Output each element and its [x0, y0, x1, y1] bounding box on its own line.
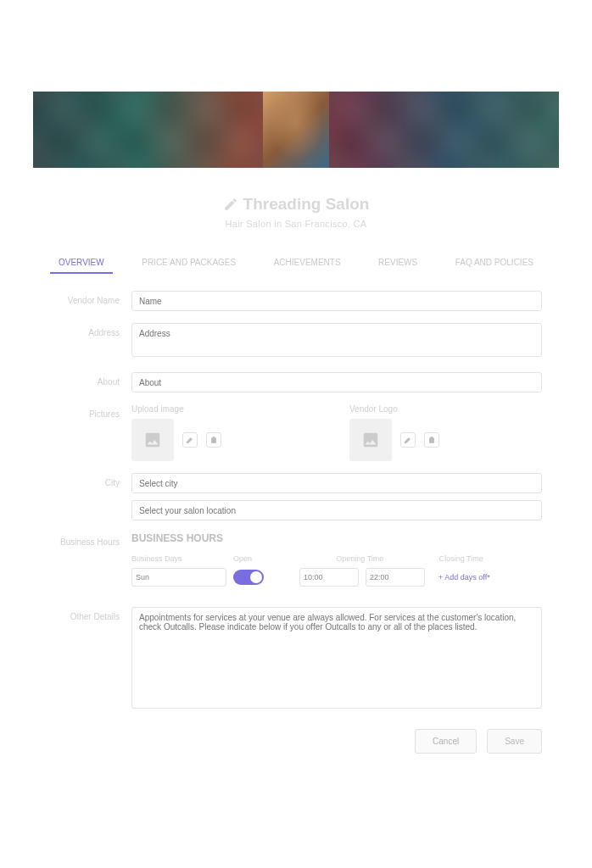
upload-image-box[interactable] [131, 419, 174, 461]
city-select[interactable] [131, 473, 542, 493]
tab-faq-policies[interactable]: FAQ AND POLICIES [447, 253, 542, 272]
other-details-textarea[interactable] [131, 607, 542, 709]
vendor-logo-box[interactable] [349, 419, 392, 461]
open-toggle[interactable] [233, 570, 264, 585]
vendor-name-input[interactable] [131, 291, 542, 311]
upload-delete-button[interactable] [206, 432, 221, 448]
trash-icon [209, 436, 218, 444]
image-placeholder-icon [361, 431, 380, 449]
col-business-days: Business Days [131, 554, 233, 563]
logo-delete-button[interactable] [424, 432, 439, 448]
address-input[interactable] [131, 323, 542, 357]
pencil-icon [186, 436, 194, 444]
col-open: Open [233, 554, 336, 563]
upload-image-label: Upload image [131, 404, 324, 414]
col-closing-time: Closing Time [439, 554, 542, 563]
business-hours-label: Business Hours [50, 532, 131, 547]
city-label: City [50, 473, 131, 487]
page-subtitle: Hair Salon in San Francisco, CA [0, 219, 592, 229]
business-hours-title: BUSINESS HOURS [131, 532, 542, 544]
pictures-label: Pictures [50, 404, 131, 419]
closing-time-select[interactable]: 22:00 [366, 568, 425, 587]
profile-banner [33, 92, 559, 168]
other-details-label: Other Details [50, 607, 131, 621]
profile-photo [263, 92, 329, 168]
address-label: Address [50, 323, 131, 337]
save-button[interactable]: Save [487, 729, 542, 754]
about-input[interactable] [131, 372, 542, 392]
vendor-logo-label: Vendor Logo [349, 404, 542, 414]
upload-edit-button[interactable] [182, 432, 198, 448]
col-opening-time: Opening Time [336, 554, 438, 563]
tab-reviews[interactable]: REVIEWS [370, 253, 426, 272]
add-days-off-link[interactable]: + Add days off* [438, 573, 490, 581]
tab-price-packages[interactable]: PRICE AND PACKAGES [133, 253, 244, 272]
tabs: OVERVIEW PRICE AND PACKAGES ACHIEVEMENTS… [50, 253, 542, 272]
cancel-button[interactable]: Cancel [415, 729, 477, 754]
tab-overview[interactable]: OVERVIEW [50, 253, 113, 272]
trash-icon [427, 436, 436, 444]
page-title: Threading Salon [223, 195, 370, 214]
day-select[interactable]: Sun [131, 568, 226, 587]
location-select[interactable] [131, 500, 542, 520]
tab-achievements[interactable]: ACHIEVEMENTS [265, 253, 349, 272]
about-label: About [50, 372, 131, 387]
pencil-icon [404, 436, 412, 444]
logo-edit-button[interactable] [400, 432, 416, 448]
edit-icon[interactable] [223, 197, 238, 212]
image-placeholder-icon [143, 431, 162, 449]
opening-time-select[interactable]: 10:00 [299, 568, 359, 587]
vendor-name-label: Vendor Name [50, 291, 131, 305]
